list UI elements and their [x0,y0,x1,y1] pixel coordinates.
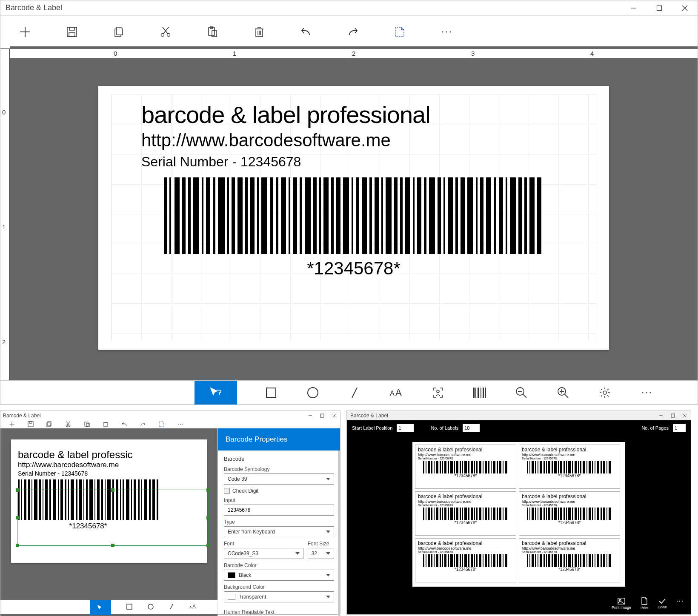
svg-rect-280 [560,508,562,520]
copy-button[interactable] [111,24,126,40]
mini-rectangle-tool[interactable] [126,604,132,611]
mini-cut-button[interactable] [64,420,72,428]
svg-rect-180 [428,461,430,473]
image-tool[interactable] [430,385,446,400]
print-preview-body[interactable]: barcode & label professionalhttp://www.b… [347,436,691,593]
new-button[interactable] [17,24,33,40]
svg-rect-26 [169,177,171,254]
maximize-button[interactable] [647,0,672,16]
svg-line-12 [163,27,168,34]
select-tool[interactable] [195,381,237,405]
mini-select-tool[interactable] [90,600,111,615]
svg-rect-325 [499,554,501,567]
marquee-button[interactable] [392,24,407,40]
mini-undo-button[interactable] [120,420,128,428]
svg-rect-351 [592,554,593,567]
canvas[interactable]: barcode & label professional http://www.… [10,46,698,380]
selection-box[interactable] [17,490,209,546]
print-maximize-button[interactable] [667,411,679,420]
svg-rect-198 [479,461,481,473]
svg-rect-310 [456,554,458,567]
rectangle-tool[interactable] [263,385,279,400]
delete-button[interactable] [252,24,267,40]
more-tools-button[interactable] [639,385,654,400]
svg-rect-178 [423,461,424,473]
svg-rect-117 [48,422,51,426]
svg-rect-260 [485,508,487,520]
barcode-object[interactable]: *12345678* [141,177,566,279]
undo-button[interactable] [298,24,314,40]
print-close-button[interactable] [679,411,691,420]
mini-label[interactable]: barcode & label professic http://www.bar… [11,439,207,563]
bg-color-select[interactable]: Transparent [224,591,334,602]
svg-rect-226 [578,461,579,473]
input-field[interactable] [224,505,334,516]
symbology-select[interactable]: Code 39 [224,473,334,485]
start-position-input[interactable] [397,424,414,432]
label-serial[interactable]: Serial Number - 12345678 [141,154,566,170]
save-button[interactable] [64,24,80,40]
svg-rect-249 [454,508,455,520]
label-count-input[interactable] [463,424,480,432]
mini-new-button[interactable] [8,420,16,428]
scrollbar[interactable] [338,451,340,616]
svg-rect-28 [182,177,186,254]
mini-text-tool[interactable]: AA [189,604,196,611]
print-image-button[interactable]: Print Image [612,598,631,610]
more-button[interactable] [439,24,454,40]
barcode-tool[interactable] [472,385,487,400]
svg-rect-253 [464,508,467,520]
zoom-in-button[interactable] [555,385,571,400]
text-tool[interactable]: AA [389,385,404,400]
mini-line-tool[interactable] [169,604,174,611]
label-card[interactable]: barcode & label professional http://www.… [98,86,609,350]
svg-rect-93 [475,388,476,398]
cut-button[interactable] [158,24,173,40]
font-select[interactable]: CCode39_S3 [224,548,303,559]
mini-more-button[interactable] [177,420,184,428]
mini-canvas[interactable]: barcode & label professic http://www.bar… [0,428,217,616]
minimize-button[interactable] [621,0,647,16]
label-title[interactable]: barcode & label professional [141,101,566,128]
svg-rect-268 [527,508,528,520]
svg-point-91 [437,390,439,393]
fontsize-select[interactable]: 32 [308,548,334,559]
mini-close-button[interactable] [328,411,340,420]
barcode-color-select[interactable]: Black [224,570,334,581]
mini-paste-button[interactable] [83,420,91,428]
check-digit-checkbox[interactable]: Check Digit [224,488,334,494]
print-minimize-button[interactable] [655,411,667,420]
paste-button[interactable] [205,24,220,40]
svg-rect-244 [440,508,441,520]
zoom-out-button[interactable] [514,385,529,400]
settings-button[interactable] [597,385,612,400]
mini-minimize-button[interactable] [304,411,316,420]
ellipse-tool[interactable] [305,385,320,400]
svg-rect-29 [188,177,191,254]
mini-copy-button[interactable] [46,420,53,428]
mini-ellipse-tool[interactable] [148,604,154,611]
redo-button[interactable] [345,24,360,40]
svg-rect-75 [476,177,478,254]
label-url[interactable]: http://www.barcodesoftware.me [141,130,566,151]
mini-save-button[interactable] [27,420,34,428]
done-button[interactable]: Done [658,598,667,609]
type-select[interactable]: Enter from Keyboard [224,526,334,537]
print-button[interactable]: Print [641,597,649,610]
ruler-area: 0 1 2 3 4 0 1 2 barcode & label professi… [0,49,698,380]
mini-delete-button[interactable] [102,420,109,428]
svg-rect-285 [575,508,577,520]
mini-marquee-button[interactable] [158,420,166,428]
line-tool[interactable] [347,385,362,400]
barcode-color-label: Barcode Color [224,562,334,568]
svg-rect-212 [538,461,538,473]
svg-rect-227 [580,461,581,473]
pages-input[interactable] [673,424,686,432]
svg-rect-347 [580,554,581,567]
svg-rect-246 [444,508,446,520]
mini-maximize-button[interactable] [316,411,328,420]
svg-rect-182 [434,461,435,473]
mini-redo-button[interactable] [139,420,147,428]
print-more-button[interactable] [676,600,683,607]
close-button[interactable] [672,0,698,16]
